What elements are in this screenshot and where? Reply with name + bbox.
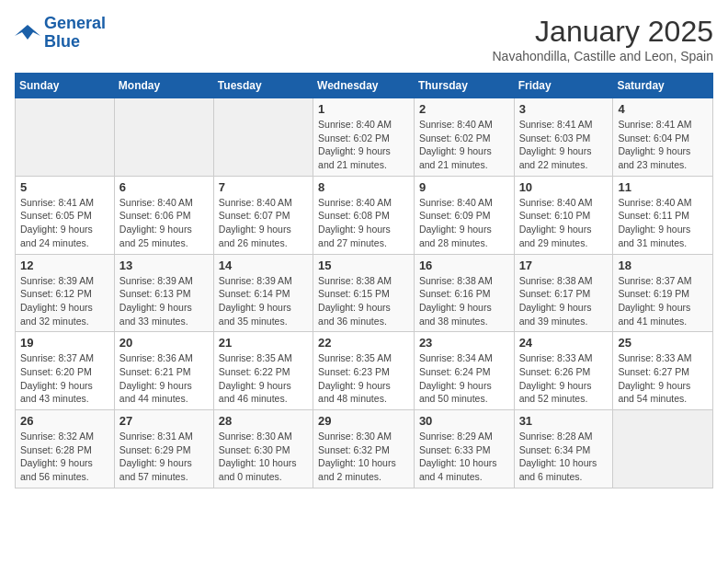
calendar-cell: 11Sunrise: 8:40 AM Sunset: 6:11 PM Dayli… xyxy=(613,176,713,254)
day-number: 25 xyxy=(618,336,708,350)
day-number: 21 xyxy=(219,336,308,350)
day-number: 29 xyxy=(318,414,409,428)
logo-icon xyxy=(15,23,40,43)
calendar-cell: 13Sunrise: 8:39 AM Sunset: 6:13 PM Dayli… xyxy=(114,254,213,332)
calendar-cell: 1Sunrise: 8:40 AM Sunset: 6:02 PM Daylig… xyxy=(313,98,415,177)
day-info: Sunrise: 8:29 AM Sunset: 6:33 PM Dayligh… xyxy=(419,430,509,484)
weekday-header-saturday: Saturday xyxy=(613,74,713,98)
day-number: 11 xyxy=(618,180,708,194)
day-number: 12 xyxy=(20,259,109,272)
day-number: 3 xyxy=(519,102,609,116)
calendar-cell: 14Sunrise: 8:39 AM Sunset: 6:14 PM Dayli… xyxy=(213,254,313,332)
day-info: Sunrise: 8:40 AM Sunset: 6:11 PM Dayligh… xyxy=(618,196,708,250)
calendar-week-row: 26Sunrise: 8:32 AM Sunset: 6:28 PM Dayli… xyxy=(16,410,713,488)
day-info: Sunrise: 8:40 AM Sunset: 6:06 PM Dayligh… xyxy=(119,196,209,250)
weekday-header-wednesday: Wednesday xyxy=(313,74,415,98)
weekday-header-row: SundayMondayTuesdayWednesdayThursdayFrid… xyxy=(16,74,713,98)
day-info: Sunrise: 8:30 AM Sunset: 6:32 PM Dayligh… xyxy=(318,430,409,484)
logo-line2: Blue xyxy=(44,32,80,51)
day-info: Sunrise: 8:30 AM Sunset: 6:30 PM Dayligh… xyxy=(219,430,308,484)
day-number: 24 xyxy=(519,336,609,350)
day-info: Sunrise: 8:34 AM Sunset: 6:24 PM Dayligh… xyxy=(419,351,509,406)
calendar-cell: 9Sunrise: 8:40 AM Sunset: 6:09 PM Daylig… xyxy=(414,176,514,254)
day-number: 14 xyxy=(219,259,308,272)
logo-line1: General xyxy=(44,14,106,32)
day-number: 16 xyxy=(419,259,509,272)
day-info: Sunrise: 8:40 AM Sunset: 6:07 PM Dayligh… xyxy=(219,196,308,250)
calendar-table: SundayMondayTuesdayWednesdayThursdayFrid… xyxy=(15,73,713,488)
day-number: 13 xyxy=(119,259,209,272)
calendar-cell: 10Sunrise: 8:40 AM Sunset: 6:10 PM Dayli… xyxy=(514,176,613,254)
calendar-title: January 2025 xyxy=(493,15,714,49)
calendar-cell: 12Sunrise: 8:39 AM Sunset: 6:12 PM Dayli… xyxy=(16,254,115,332)
calendar-cell: 7Sunrise: 8:40 AM Sunset: 6:07 PM Daylig… xyxy=(213,176,313,254)
day-info: Sunrise: 8:39 AM Sunset: 6:12 PM Dayligh… xyxy=(20,274,109,328)
day-info: Sunrise: 8:31 AM Sunset: 6:29 PM Dayligh… xyxy=(119,430,209,484)
calendar-cell: 27Sunrise: 8:31 AM Sunset: 6:29 PM Dayli… xyxy=(114,410,213,488)
calendar-subtitle: Navahondilla, Castille and Leon, Spain xyxy=(493,49,714,63)
day-info: Sunrise: 8:33 AM Sunset: 6:26 PM Dayligh… xyxy=(519,351,609,406)
day-number: 22 xyxy=(318,336,409,350)
day-number: 27 xyxy=(119,414,209,428)
day-info: Sunrise: 8:38 AM Sunset: 6:16 PM Dayligh… xyxy=(419,274,509,328)
day-info: Sunrise: 8:36 AM Sunset: 6:21 PM Dayligh… xyxy=(119,351,209,406)
weekday-header-friday: Friday xyxy=(514,74,613,98)
day-info: Sunrise: 8:40 AM Sunset: 6:02 PM Dayligh… xyxy=(318,118,409,172)
day-info: Sunrise: 8:41 AM Sunset: 6:04 PM Dayligh… xyxy=(618,118,708,172)
calendar-cell: 17Sunrise: 8:38 AM Sunset: 6:17 PM Dayli… xyxy=(514,254,613,332)
day-info: Sunrise: 8:32 AM Sunset: 6:28 PM Dayligh… xyxy=(20,430,109,484)
day-number: 5 xyxy=(20,180,109,194)
day-info: Sunrise: 8:40 AM Sunset: 6:02 PM Dayligh… xyxy=(419,118,509,172)
day-info: Sunrise: 8:40 AM Sunset: 6:09 PM Dayligh… xyxy=(419,196,509,250)
calendar-cell: 16Sunrise: 8:38 AM Sunset: 6:16 PM Dayli… xyxy=(414,254,514,332)
title-section: January 2025 Navahondilla, Castille and … xyxy=(493,15,714,63)
day-number: 9 xyxy=(419,180,509,194)
day-number: 28 xyxy=(219,414,308,428)
weekday-header-tuesday: Tuesday xyxy=(213,74,313,98)
calendar-cell: 24Sunrise: 8:33 AM Sunset: 6:26 PM Dayli… xyxy=(514,332,613,410)
calendar-cell: 6Sunrise: 8:40 AM Sunset: 6:06 PM Daylig… xyxy=(114,176,213,254)
day-info: Sunrise: 8:41 AM Sunset: 6:05 PM Dayligh… xyxy=(20,196,109,250)
day-number: 31 xyxy=(519,414,609,428)
day-number: 30 xyxy=(419,414,509,428)
calendar-week-row: 1Sunrise: 8:40 AM Sunset: 6:02 PM Daylig… xyxy=(16,98,713,177)
calendar-cell: 28Sunrise: 8:30 AM Sunset: 6:30 PM Dayli… xyxy=(213,410,313,488)
calendar-cell: 25Sunrise: 8:33 AM Sunset: 6:27 PM Dayli… xyxy=(613,332,713,410)
calendar-cell: 8Sunrise: 8:40 AM Sunset: 6:08 PM Daylig… xyxy=(313,176,415,254)
day-info: Sunrise: 8:37 AM Sunset: 6:19 PM Dayligh… xyxy=(618,274,708,328)
calendar-cell: 23Sunrise: 8:34 AM Sunset: 6:24 PM Dayli… xyxy=(414,332,514,410)
logo: General Blue xyxy=(15,15,106,52)
day-number: 2 xyxy=(419,102,509,116)
day-info: Sunrise: 8:33 AM Sunset: 6:27 PM Dayligh… xyxy=(618,351,708,406)
calendar-cell: 29Sunrise: 8:30 AM Sunset: 6:32 PM Dayli… xyxy=(313,410,415,488)
day-number: 10 xyxy=(519,180,609,194)
weekday-header-monday: Monday xyxy=(114,74,213,98)
day-info: Sunrise: 8:38 AM Sunset: 6:15 PM Dayligh… xyxy=(318,274,409,328)
day-info: Sunrise: 8:35 AM Sunset: 6:23 PM Dayligh… xyxy=(318,351,409,406)
calendar-cell: 15Sunrise: 8:38 AM Sunset: 6:15 PM Dayli… xyxy=(313,254,415,332)
calendar-cell: 3Sunrise: 8:41 AM Sunset: 6:03 PM Daylig… xyxy=(514,98,613,177)
logo-text: General Blue xyxy=(44,15,106,52)
svg-marker-0 xyxy=(15,25,40,40)
day-info: Sunrise: 8:35 AM Sunset: 6:22 PM Dayligh… xyxy=(219,351,308,406)
day-number: 23 xyxy=(419,336,509,350)
calendar-cell: 4Sunrise: 8:41 AM Sunset: 6:04 PM Daylig… xyxy=(613,98,713,177)
weekday-header-thursday: Thursday xyxy=(414,74,514,98)
page-header: General Blue January 2025 Navahondilla, … xyxy=(15,15,713,63)
calendar-cell: 21Sunrise: 8:35 AM Sunset: 6:22 PM Dayli… xyxy=(213,332,313,410)
calendar-week-row: 19Sunrise: 8:37 AM Sunset: 6:20 PM Dayli… xyxy=(16,332,713,410)
day-number: 26 xyxy=(20,414,109,428)
day-number: 4 xyxy=(618,102,708,116)
calendar-cell: 31Sunrise: 8:28 AM Sunset: 6:34 PM Dayli… xyxy=(514,410,613,488)
day-number: 18 xyxy=(618,259,708,272)
calendar-cell xyxy=(213,98,313,177)
day-number: 1 xyxy=(318,102,409,116)
calendar-cell: 22Sunrise: 8:35 AM Sunset: 6:23 PM Dayli… xyxy=(313,332,415,410)
calendar-cell xyxy=(16,98,115,177)
calendar-cell: 30Sunrise: 8:29 AM Sunset: 6:33 PM Dayli… xyxy=(414,410,514,488)
weekday-header-sunday: Sunday xyxy=(16,74,115,98)
day-info: Sunrise: 8:39 AM Sunset: 6:13 PM Dayligh… xyxy=(119,274,209,328)
calendar-week-row: 5Sunrise: 8:41 AM Sunset: 6:05 PM Daylig… xyxy=(16,176,713,254)
day-info: Sunrise: 8:41 AM Sunset: 6:03 PM Dayligh… xyxy=(519,118,609,172)
calendar-cell: 18Sunrise: 8:37 AM Sunset: 6:19 PM Dayli… xyxy=(613,254,713,332)
